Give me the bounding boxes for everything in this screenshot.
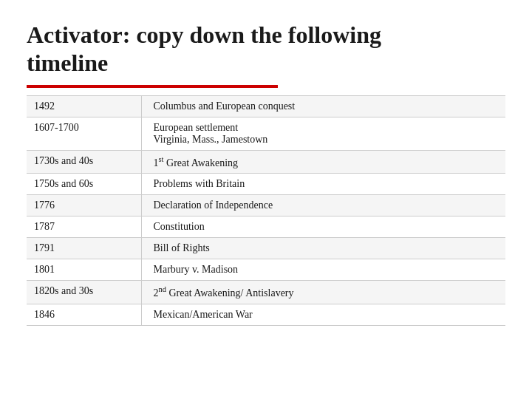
table-row: 1820s and 30s2nd Great Awakening/ Antisl… bbox=[27, 281, 505, 304]
year-cell: 1820s and 30s bbox=[27, 281, 141, 304]
table-row: 1607-1700European settlementVirginia, Ma… bbox=[27, 117, 505, 150]
page: Activator: copy down the following timel… bbox=[0, 0, 532, 399]
year-cell: 1492 bbox=[27, 95, 141, 117]
table-row: 1791Bill of Rights bbox=[27, 238, 505, 259]
table-row: 1846Mexican/American War bbox=[27, 304, 505, 326]
table-row: 1801Marbury v. Madison bbox=[27, 259, 505, 281]
table-row: 1776Declaration of Independence bbox=[27, 195, 505, 216]
year-cell: 1776 bbox=[27, 195, 141, 216]
year-cell: 1787 bbox=[27, 216, 141, 238]
timeline-table: 1492Columbus and European conquest1607-1… bbox=[27, 95, 505, 326]
event-cell: Declaration of Independence bbox=[141, 195, 505, 216]
year-cell: 1801 bbox=[27, 259, 141, 281]
year-cell: 1846 bbox=[27, 304, 141, 326]
page-title: Activator: copy down the following timel… bbox=[27, 21, 505, 78]
event-cell: 1st Great Awakening bbox=[141, 150, 505, 174]
title-underline bbox=[27, 85, 278, 88]
event-cell: Constitution bbox=[141, 216, 505, 238]
event-cell: Problems with Britain bbox=[141, 174, 505, 195]
event-cell: European settlementVirginia, Mass., Jame… bbox=[141, 117, 505, 150]
event-cell: Mexican/American War bbox=[141, 304, 505, 326]
year-cell: 1750s and 60s bbox=[27, 174, 141, 195]
table-row: 1787Constitution bbox=[27, 216, 505, 238]
year-cell: 1791 bbox=[27, 238, 141, 259]
year-cell: 1730s and 40s bbox=[27, 150, 141, 174]
table-row: 1750s and 60sProblems with Britain bbox=[27, 174, 505, 195]
event-cell: Marbury v. Madison bbox=[141, 259, 505, 281]
table-row: 1492Columbus and European conquest bbox=[27, 95, 505, 117]
event-cell: Columbus and European conquest bbox=[141, 95, 505, 117]
table-row: 1730s and 40s1st Great Awakening bbox=[27, 150, 505, 174]
event-cell: 2nd Great Awakening/ Antislavery bbox=[141, 281, 505, 304]
year-cell: 1607-1700 bbox=[27, 117, 141, 150]
event-cell: Bill of Rights bbox=[141, 238, 505, 259]
